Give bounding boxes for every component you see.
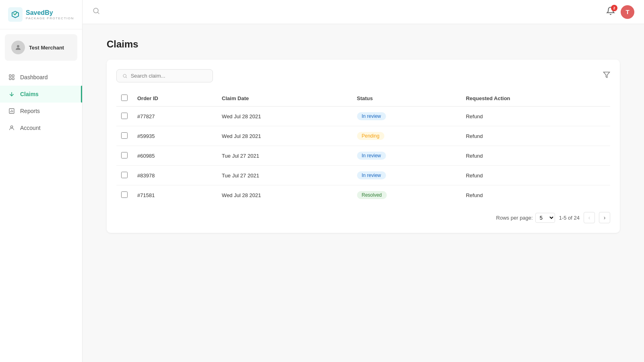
- status-badge: In review: [357, 152, 386, 160]
- row-checkbox[interactable]: [121, 191, 128, 198]
- row-action: Refund: [461, 107, 610, 126]
- rows-per-page-wrap: Rows per page: 5 10 25: [496, 213, 555, 223]
- logo-area: SavedBy PACKAGE PROTECTION: [0, 0, 82, 29]
- rows-per-page-label: Rows per page:: [496, 215, 533, 221]
- table-row: #60985 Tue Jul 27 2021 In review Refund: [116, 146, 610, 166]
- dashboard-label: Dashboard: [20, 74, 48, 80]
- logo-icon: [8, 7, 23, 22]
- svg-point-9: [123, 74, 126, 77]
- top-bar-right: 2 T: [606, 5, 634, 19]
- col-order-id: Order ID: [132, 90, 217, 107]
- row-order-id: #59935: [132, 126, 217, 146]
- row-order-id: #71581: [132, 185, 217, 205]
- pagination-row: Rows per page: 5 10 25 1-5 of 24 ‹ ›: [116, 212, 610, 223]
- svg-point-8: [93, 8, 98, 13]
- table-row: #77827 Wed Jul 28 2021 In review Refund: [116, 107, 610, 126]
- row-status: Pending: [352, 126, 461, 146]
- table-row: #83978 Tue Jul 27 2021 In review Refund: [116, 166, 610, 185]
- row-claim-date: Wed Jul 28 2021: [217, 126, 352, 146]
- select-all-header: [116, 90, 132, 107]
- row-claim-date: Tue Jul 27 2021: [217, 166, 352, 185]
- row-status: Resolved: [352, 185, 461, 205]
- main-area: 2 T Claims: [83, 0, 644, 362]
- nav-list: Dashboard Claims Reports Account: [0, 69, 82, 136]
- top-bar-left: [92, 7, 100, 17]
- row-order-id: #83978: [132, 166, 217, 185]
- prev-page-button[interactable]: ‹: [584, 212, 595, 223]
- search-input[interactable]: [131, 73, 207, 79]
- sidebar-item-reports[interactable]: Reports: [0, 103, 82, 119]
- svg-rect-4: [9, 78, 11, 80]
- row-order-id: #60985: [132, 146, 217, 166]
- next-page-button[interactable]: ›: [599, 212, 610, 223]
- row-status: In review: [352, 107, 461, 126]
- row-claim-date: Tue Jul 27 2021: [217, 146, 352, 166]
- svg-rect-5: [12, 78, 14, 80]
- notifications-button[interactable]: 2: [606, 6, 615, 18]
- col-requested-action: Requested Action: [461, 90, 610, 107]
- row-action: Refund: [461, 166, 610, 185]
- account-icon: [8, 124, 15, 132]
- reports-icon: [8, 107, 15, 115]
- svg-point-1: [17, 45, 19, 47]
- row-checkbox[interactable]: [121, 113, 128, 119]
- row-checkbox-cell: [116, 107, 132, 126]
- table-row: #71581 Wed Jul 28 2021 Resolved Refund: [116, 185, 610, 205]
- row-claim-date: Wed Jul 28 2021: [217, 107, 352, 126]
- row-checkbox-cell: [116, 185, 132, 205]
- sidebar: SavedBy PACKAGE PROTECTION Test Merchant…: [0, 0, 83, 362]
- row-action: Refund: [461, 146, 610, 166]
- claims-card: Order ID Claim Date Status Requested Act…: [107, 60, 620, 233]
- row-status: In review: [352, 146, 461, 166]
- status-badge: In review: [357, 171, 386, 179]
- col-status: Status: [352, 90, 461, 107]
- row-checkbox[interactable]: [121, 152, 128, 158]
- filter-icon[interactable]: [603, 71, 610, 80]
- merchant-avatar: [11, 41, 25, 54]
- user-avatar-top[interactable]: T: [621, 5, 634, 19]
- row-checkbox-cell: [116, 146, 132, 166]
- dashboard-icon: [8, 74, 15, 81]
- row-action: Refund: [461, 185, 610, 205]
- page-title: Claims: [107, 39, 620, 50]
- rows-per-page-select[interactable]: 5 10 25: [535, 213, 555, 223]
- svg-marker-10: [604, 72, 610, 78]
- status-badge: Pending: [357, 132, 384, 140]
- app-tagline: PACKAGE PROTECTION: [26, 16, 74, 20]
- claims-table: Order ID Claim Date Status Requested Act…: [116, 90, 610, 205]
- svg-rect-3: [12, 75, 14, 77]
- status-badge: In review: [357, 112, 386, 120]
- row-checkbox-cell: [116, 166, 132, 185]
- status-badge: Resolved: [357, 191, 387, 199]
- row-action: Refund: [461, 126, 610, 146]
- account-label: Account: [20, 125, 41, 131]
- row-status: In review: [352, 166, 461, 185]
- row-checkbox-cell: [116, 126, 132, 146]
- reports-label: Reports: [20, 108, 40, 114]
- sidebar-item-account[interactable]: Account: [0, 119, 82, 136]
- search-input-icon: [122, 73, 128, 79]
- sidebar-item-dashboard[interactable]: Dashboard: [0, 69, 82, 86]
- page-content: Claims Order ID: [83, 24, 644, 362]
- merchant-section[interactable]: Test Merchant: [5, 34, 77, 61]
- row-checkbox[interactable]: [121, 172, 128, 178]
- row-claim-date: Wed Jul 28 2021: [217, 185, 352, 205]
- topbar-search-icon[interactable]: [92, 7, 100, 17]
- row-order-id: #77827: [132, 107, 217, 126]
- logo-text: SavedBy PACKAGE PROTECTION: [26, 9, 74, 20]
- table-row: #59935 Wed Jul 28 2021 Pending Refund: [116, 126, 610, 146]
- page-range: 1-5 of 24: [559, 215, 580, 221]
- col-claim-date: Claim Date: [217, 90, 352, 107]
- svg-rect-2: [9, 75, 11, 77]
- row-checkbox[interactable]: [121, 132, 128, 139]
- claims-label: Claims: [20, 91, 39, 97]
- sidebar-item-claims[interactable]: Claims: [0, 86, 82, 103]
- app-name: SavedBy: [26, 9, 74, 16]
- top-bar: 2 T: [83, 0, 644, 24]
- svg-point-7: [10, 126, 12, 128]
- select-all-checkbox[interactable]: [121, 95, 128, 101]
- search-input-wrap: [116, 69, 213, 82]
- notification-badge: 2: [611, 5, 617, 11]
- search-bar-wrap: [116, 69, 610, 82]
- claims-icon: [8, 90, 15, 98]
